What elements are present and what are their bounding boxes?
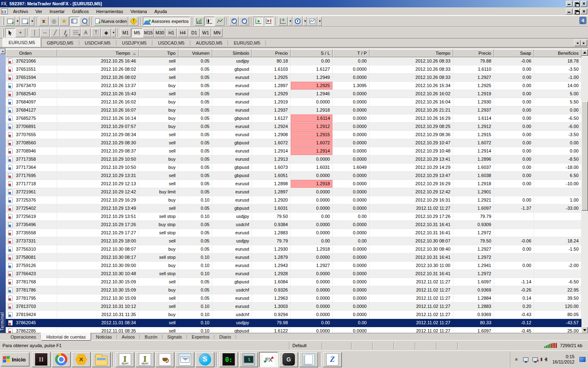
market-watch-button[interactable] — [39, 17, 49, 26]
taskbar-button-g-hotkey[interactable]: G — [279, 352, 298, 367]
table-row-order-37862045[interactable]: 378620452012.11.01 08:34sell0.10usdjpy79… — [6, 319, 581, 327]
vertical-scrollbar[interactable] — [581, 49, 588, 333]
horizontal-line-tool-button[interactable]: ─ — [40, 28, 50, 37]
timeframe-m15-button[interactable]: M15 — [143, 28, 154, 37]
table-row-order-37651594[interactable]: 376515942012.10.26 08:02sell0.05eurusd1.… — [6, 74, 581, 82]
start-button[interactable]: Inicio — [1, 352, 29, 366]
equidistant-channel-tool-button[interactable]: ∥E — [60, 28, 70, 37]
table-row-order-37766423[interactable]: 377664232012.10.30 10:48sell stop0.10eur… — [6, 270, 581, 278]
scroll-up-icon[interactable] — [581, 49, 588, 56]
new-order-button[interactable]: Nueva orden — [94, 17, 128, 26]
terminal-toggle-button[interactable] — [69, 17, 79, 26]
child-restore-button[interactable] — [573, 9, 580, 14]
column-header-sl[interactable]: S / L — [291, 49, 333, 57]
trendline-tool-button[interactable]: ╱ — [50, 28, 60, 37]
table-row-order-37725619[interactable]: 377256192012.10.29 13:51sell stop0.10usd… — [6, 213, 581, 221]
periods-dropdown-icon[interactable]: ▼ — [303, 17, 307, 26]
table-row-order-37717358[interactable]: 377173582012.10.29 10:50buy0.05eurusd1.2… — [6, 155, 581, 164]
table-row-order-37819424[interactable]: 378194242012.10.31 11:35buy0.10usdchf0.9… — [6, 311, 581, 319]
new-chart-button[interactable] — [5, 17, 15, 26]
terminal-tab-operaciones[interactable]: Operaciones — [6, 333, 41, 340]
table-row-order-37813703[interactable]: 378137032012.10.31 10:12sell0.10eurusd1.… — [6, 303, 581, 311]
vertical-line-tool-button[interactable]: │ — [30, 28, 40, 37]
column-header-order[interactable]: Orden — [6, 49, 57, 57]
menu-graficos[interactable]: Gráficos — [69, 8, 93, 15]
terminal-tab-noticias[interactable]: Noticias — [91, 333, 117, 340]
table-row-order-37725402[interactable]: 377254022012.10.29 13:49sell0.05gbpusd1.… — [6, 204, 581, 213]
close-button[interactable] — [581, 1, 587, 7]
table-row-order-37685275[interactable]: 376852752012.10.26 16:14buy0.05gbpusd1.6… — [6, 114, 581, 123]
data-window-button[interactable] — [49, 17, 59, 26]
text-tool-button[interactable]: A — [81, 28, 91, 37]
scrollbar-thumb[interactable] — [581, 101, 588, 211]
new-chart-dropdown-icon[interactable]: ▼ — [16, 17, 20, 26]
notification-badge[interactable]: 4 — [579, 17, 586, 24]
table-row-order-37737331[interactable]: 377373312012.10.29 18:00sell0.05usdjpy79… — [6, 237, 581, 245]
profiles-button[interactable] — [20, 17, 30, 26]
column-header-symbol[interactable]: Símbolo — [212, 49, 252, 57]
taskbar-button-alpari-metatrader-1[interactable]: alpari — [116, 352, 134, 367]
terminal-tab-historial-de-cuentas[interactable]: Historial de cuentas — [41, 333, 91, 341]
taskbar-button-file-manager[interactable] — [92, 352, 111, 367]
network-status-icon[interactable] — [523, 356, 529, 363]
bar-chart-button[interactable] — [194, 17, 204, 26]
tab-scroll-right-icon[interactable]: ► — [581, 40, 587, 46]
chart-shift-button[interactable] — [264, 17, 274, 26]
table-row-order-37651551[interactable]: 376515512012.10.26 08:02sell0.05gbpusd1.… — [6, 65, 581, 74]
terminal-close-icon[interactable]: × — [0, 49, 5, 54]
shapes-tool-button[interactable]: ◆ — [101, 28, 111, 37]
chart-tab-audusd-m5-5[interactable]: AUDUSD,M5 — [190, 39, 228, 47]
child-close-button[interactable] — [581, 9, 587, 14]
table-row-order-37781795[interactable]: 377817952012.10.30 15:09sell0.05eurusd1.… — [6, 294, 581, 303]
timeframe-w1-button[interactable]: W1 — [200, 28, 211, 37]
taskbar-button-notepad[interactable] — [299, 352, 318, 367]
taskbar-button-alpari-metatrader-2[interactable]: alpari — [136, 352, 154, 367]
column-header-open_time[interactable]: Tiempo — [57, 49, 139, 57]
terminal-tab-diario[interactable]: Diario — [214, 333, 236, 340]
timeframe-h4-button[interactable]: H4 — [177, 28, 188, 37]
chart-tab-gbpusd-m5-1[interactable]: GBPUSD,M5 — [41, 39, 79, 47]
column-header-type[interactable]: Tipo — [139, 49, 178, 57]
column-header-open_price[interactable]: Precio — [252, 49, 291, 57]
timeframe-d1-button[interactable]: D1 — [189, 28, 200, 37]
auto-scroll-button[interactable] — [254, 17, 263, 26]
fibonacci-tool-button[interactable]: F — [71, 28, 80, 37]
zoom-out-button[interactable] — [239, 17, 249, 26]
table-row-order-37781768[interactable]: 377817682012.10.30 15:09sell0.05gbpusd1.… — [6, 278, 581, 286]
column-header-tp[interactable]: T / P — [333, 49, 370, 57]
templates-dropdown-icon[interactable]: ▼ — [318, 17, 322, 26]
table-row-order-37621066[interactable]: 376210662012.10.25 16:46sell0.05usdjpy80… — [6, 57, 581, 65]
table-row-order-37759126[interactable]: 377591262012.10.30 09:00buy0.10eurusd1.2… — [6, 262, 581, 270]
navigator-button[interactable] — [59, 17, 69, 26]
table-row-order-37717364[interactable]: 377173642012.10.29 10:50buy0.05gbpusd1.6… — [6, 164, 581, 172]
menu-herramientas[interactable]: Herramientas — [92, 8, 127, 15]
tray-clock[interactable]: 0:15 16/11/2012 — [551, 354, 576, 365]
table-row-order-37758081[interactable]: 377580812012.10.30 08:17sell stop0.10eur… — [6, 254, 581, 262]
restore-button[interactable] — [573, 1, 580, 7]
profiles-dropdown-icon[interactable]: ▼ — [30, 17, 34, 26]
timeframe-mn-button[interactable]: MN — [212, 28, 223, 37]
taskbar-button-java[interactable] — [156, 352, 174, 367]
cursor-button[interactable] — [5, 28, 15, 37]
menu-ventana[interactable]: Ventana — [127, 8, 151, 15]
terminal-tab-expertos[interactable]: Expertos — [187, 333, 214, 340]
metaeditor-warning-button[interactable] — [129, 17, 138, 26]
table-row-order-37725376[interactable]: 377253762012.10.29 16:29buy0.10eurusd1.2… — [6, 196, 581, 204]
terminal-tab-buzon[interactable]: Buzón — [140, 333, 162, 340]
table-row-order-37717695[interactable]: 377176952012.10.29 13:31sell0.05gbpusd1.… — [6, 172, 581, 180]
terminal-tab-signals[interactable]: Signals — [163, 333, 187, 340]
minimize-button[interactable] — [566, 1, 572, 7]
zoom-in-button[interactable] — [229, 17, 239, 26]
indicators-button[interactable] — [278, 17, 288, 26]
terminal-tab-avisos[interactable]: Avisos — [117, 333, 140, 340]
periods-button[interactable] — [293, 17, 303, 26]
table-row-order-37717718[interactable]: 377177182012.10.29 12:13sell0.05eurusd1.… — [6, 180, 581, 188]
table-row-order-37735496[interactable]: 377354962012.10.29 17:26buy stop0.05usdc… — [6, 221, 581, 229]
indicators-dropdown-icon[interactable]: ▼ — [288, 17, 292, 26]
table-row-order-37707655[interactable]: 377076552012.10.29 08:34sell0.05eurusd1.… — [6, 131, 581, 139]
status-profile[interactable]: Default — [290, 342, 322, 350]
strategy-tester-button[interactable] — [80, 17, 89, 26]
menu-insertar[interactable]: Insertar — [46, 8, 68, 15]
taskbar-button-skype[interactable]: S — [196, 352, 214, 367]
crosshair-tool-button[interactable]: + — [16, 28, 25, 37]
